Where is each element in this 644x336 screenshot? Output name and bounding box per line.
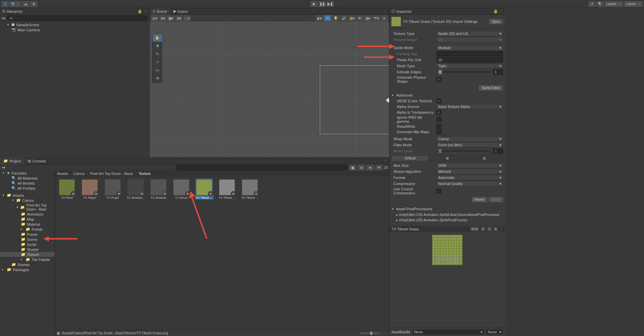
asset-item[interactable]: ▶TX Tileset ... [195,179,214,199]
advanced-section[interactable]: ▼Advanced [389,92,505,98]
asset-item[interactable]: ▶TX Props [103,179,122,199]
gizmos-toggle[interactable]: ▾ [380,15,388,21]
tool-center[interactable]: ◎▾ [151,15,158,21]
postprocessors-section[interactable]: ▼Asset PostProcessors [389,206,505,212]
platform-server-tab[interactable]: ⊞ [466,156,503,161]
hidden-toggle[interactable]: 👁 [356,15,364,21]
folder-item[interactable]: 📁 Map [0,217,54,222]
tab-scene[interactable]: # Scene [150,8,170,15]
pause-button[interactable]: ❚❚ [318,1,326,7]
search-by-label-icon[interactable]: 🏷 [358,164,365,171]
account-button[interactable]: 👤 [1,1,9,7]
hierarchy-search[interactable] [7,15,148,21]
packing-tag-input[interactable] [437,51,503,57]
undo-history-icon[interactable]: ↺ [588,1,596,7]
layers-toggle[interactable]: ▤▾ [364,15,372,21]
tool-pivot[interactable]: ⊕▾ [159,15,166,21]
favorites-folder[interactable]: ▼★ Favorites [0,171,54,176]
pixels-per-unit-input[interactable] [437,57,503,63]
transform-tool[interactable]: ⊕ [153,74,162,82]
play-icon[interactable]: ▶ [185,191,190,196]
step-button[interactable]: ▶❚ [327,1,334,7]
texture-type-dropdown[interactable]: Sprite (2D and UI)▾ [437,31,503,36]
cloud-icon[interactable]: ☁ [22,1,29,7]
menu-icon[interactable]: ⋮ [499,9,503,13]
asset-item[interactable]: ▶TX Tileset ... [240,179,259,199]
channel-g[interactable]: G [487,227,492,231]
play-icon[interactable]: ▶ [116,191,122,196]
compression-dropdown[interactable]: Normal Quality▾ [437,181,503,186]
tool-grid[interactable]: ▦▾ [167,15,175,21]
breadcrumb-item[interactable]: Pixel Art Top Down - Basic [90,172,134,176]
tab-project[interactable]: 📁 Project [0,158,24,164]
play-icon[interactable]: ▶ [208,191,213,196]
folder-item[interactable]: 📁 Shader [0,247,54,252]
play-icon[interactable]: ▶ [139,191,145,196]
postprocessor-item[interactable]: ▸ UnityEditor.U2D.Animation.SpritePostPr… [391,218,467,222]
asset-item[interactable]: ▶TX Shadow... [126,179,145,199]
extrude-slider[interactable] [439,71,490,73]
lock-icon[interactable]: 🔒 [138,9,142,13]
menu-icon[interactable]: ⋮ [381,159,389,163]
alpha-source-dropdown[interactable]: Input Texture Alpha▾ [437,104,503,109]
folder-item[interactable]: 📁 Animation [0,212,54,217]
assetbundle-dropdown[interactable]: None▾ [412,329,484,335]
folder-item[interactable]: 📁 Scene [0,237,54,242]
filter-mode-dropdown[interactable]: Point (no filter)▾ [437,142,503,148]
format-dropdown[interactable]: Automatic▾ [437,175,503,180]
project-search[interactable] [176,165,348,170]
asset-item[interactable]: ▶TX Plant [58,179,76,199]
menu-icon[interactable]: ⋮ [144,9,147,13]
sprite-editor-button[interactable]: Sprite Editor [479,85,503,91]
fav-item[interactable]: 🔍 All Models [0,181,54,186]
account-dropdown[interactable]: W▼ [9,1,21,7]
scale-tool[interactable]: ⤢ [153,58,162,66]
folder-item[interactable]: ▼📁 Cainos [0,198,54,203]
postprocessor-item[interactable]: ▸ UnityEditor.U2D.Animation.SpriteLibrar… [391,213,499,217]
fav-item[interactable]: 🔍 All Prefabs [0,186,54,191]
lock-icon[interactable]: 🔒 [493,9,498,13]
mipmaps-checkbox[interactable] [437,129,441,134]
fx-toggle[interactable]: ✨▾ [348,15,355,21]
resize-algo-dropdown[interactable]: Mitchell▾ [437,169,503,174]
folder-item[interactable]: ▸📁 Prefab [0,227,54,232]
tab-console[interactable]: ▤ Console [24,158,49,164]
breadcrumb-item[interactable]: Texture [139,172,151,176]
tool-snap[interactable]: ⊞▾ [175,15,183,21]
camera-settings[interactable]: 📷▾ [372,15,380,21]
asset-item[interactable]: ▶TX Shadow [149,179,168,199]
breadcrumb-item[interactable]: Cainos [73,172,85,176]
folder-item[interactable]: 📁 Script [0,242,54,247]
audio-toggle[interactable]: 🔊 [340,15,347,21]
channel-rgb[interactable]: RGB [470,227,480,231]
platform-default-tab[interactable]: Default [392,156,429,161]
ignore-png-checkbox[interactable] [437,117,441,122]
light-toggle[interactable]: 💡 [332,15,339,21]
move-tool[interactable]: ✥ [153,42,162,50]
search-global-icon[interactable]: 🔍 [596,1,604,7]
asset-item[interactable]: ▶TX Struct [172,179,191,199]
play-icon[interactable]: ▶ [71,191,76,196]
max-size-dropdown[interactable]: 2048▾ [437,163,503,168]
packages-folder[interactable]: ▸📁 Packages [0,267,54,272]
channel-r[interactable]: R [481,227,486,231]
wrap-mode-dropdown[interactable]: Clamp▾ [437,136,503,142]
folder-item[interactable]: 📁 Preset [0,232,54,237]
readwrite-checkbox[interactable] [437,124,441,129]
open-button[interactable]: Open [489,19,503,25]
breadcrumb-item[interactable]: Assets [57,172,68,176]
layers-dropdown[interactable]: Layers▼ [604,1,623,7]
add-button[interactable]: +▾ [1,16,5,21]
layout-dropdown[interactable]: Layout▼ [624,1,643,7]
channel-b[interactable]: B [493,227,498,231]
crunch-checkbox[interactable] [437,189,441,193]
mesh-type-dropdown[interactable]: Tight▾ [437,63,503,69]
menu-icon[interactable]: ⋮ [381,9,389,13]
2d-toggle[interactable]: 2D [324,15,331,21]
play-button[interactable]: ▶ [310,1,318,7]
revert-button[interactable]: Revert [471,197,487,202]
hidden-icon[interactable]: 👁 [375,164,383,171]
play-icon[interactable]: ▶ [162,191,167,196]
asset-item[interactable]: ▶TX Tileset ... [218,179,236,199]
folder-item[interactable]: 📁 Material [0,222,54,227]
